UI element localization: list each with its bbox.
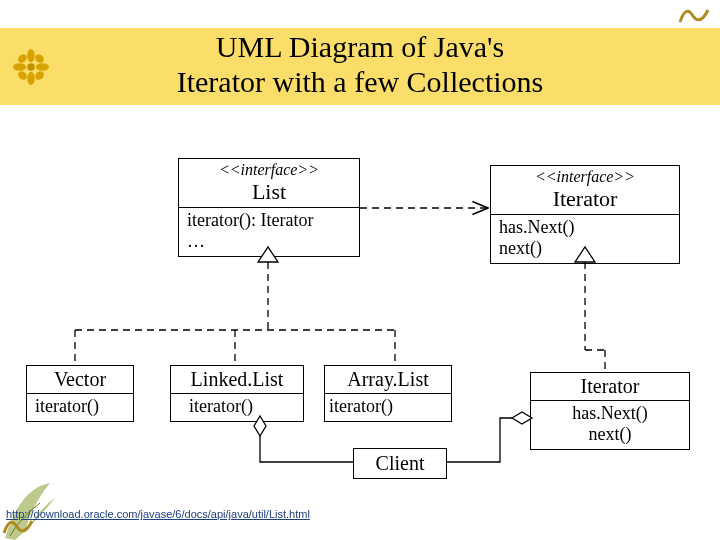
uml-class-arraylist: Array.List iterator() (324, 365, 452, 422)
svg-point-1 (27, 49, 35, 62)
title-line2: Iterator with a few Collections (177, 65, 544, 98)
operations: has.Next() next() (491, 214, 679, 263)
border-swirl-icon (678, 2, 718, 27)
title-line1: UML Diagram of Java's (216, 30, 504, 63)
svg-point-5 (16, 52, 28, 64)
operations: iterator(): Iterator … (179, 207, 359, 256)
svg-point-4 (36, 63, 49, 71)
svg-point-6 (34, 52, 46, 64)
class-name: Iterator (495, 186, 675, 212)
footer-link[interactable]: http://download.oracle.com/javase/6/docs… (6, 508, 310, 520)
uml-class-linkedlist: Linked.List iterator() (170, 365, 304, 422)
slide-title: UML Diagram of Java's Iterator with a fe… (0, 28, 720, 105)
class-name: Vector (31, 368, 129, 391)
uml-interface-iterator: <<interface>> Iterator has.Next() next() (490, 165, 680, 264)
uml-class-concrete-iterator: Iterator has.Next() next() (530, 372, 690, 450)
class-name: Array.List (329, 368, 447, 391)
uml-class-list: <<interface>> List iterator(): Iterator … (178, 158, 360, 257)
uml-class-client: Client (353, 448, 447, 479)
operations: iterator() (27, 393, 133, 421)
operations: has.Next() next() (531, 400, 689, 449)
svg-point-8 (34, 70, 46, 82)
class-name: Linked.List (175, 368, 299, 391)
class-name: Client (376, 452, 425, 474)
stereotype: <<interface>> (495, 168, 675, 186)
operations: iterator() (325, 393, 451, 421)
operations: iterator() (171, 393, 303, 421)
class-name: Iterator (535, 375, 685, 398)
svg-point-7 (16, 70, 28, 82)
svg-point-2 (27, 72, 35, 85)
stereotype: <<interface>> (183, 161, 355, 179)
svg-point-0 (27, 63, 35, 71)
class-name: List (183, 179, 355, 205)
uml-class-vector: Vector iterator() (26, 365, 134, 422)
flower-bullet-icon (12, 48, 50, 86)
svg-point-3 (13, 63, 26, 71)
